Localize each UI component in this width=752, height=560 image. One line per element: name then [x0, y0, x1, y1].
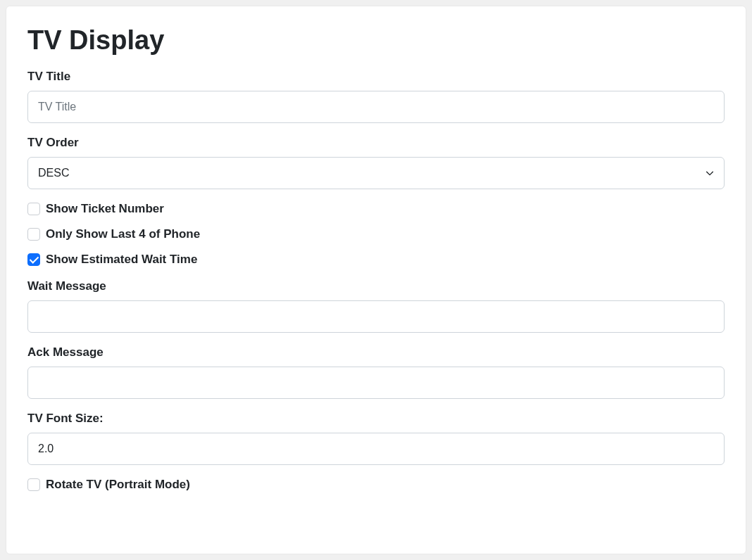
ack-message-input[interactable]	[27, 367, 725, 399]
wait-message-label: Wait Message	[27, 279, 725, 293]
rotate-tv-label[interactable]: Rotate TV (Portrait Mode)	[46, 478, 190, 492]
show-estimated-wait-label[interactable]: Show Estimated Wait Time	[46, 253, 197, 267]
page-title: TV Display	[27, 25, 725, 57]
wait-message-group: Wait Message	[27, 279, 725, 333]
show-estimated-wait-checkbox[interactable]	[27, 253, 40, 266]
tv-title-group: TV Title	[27, 70, 725, 123]
show-ticket-number-checkbox[interactable]	[27, 203, 40, 215]
tv-font-size-label: TV Font Size:	[27, 412, 725, 426]
rotate-tv-checkbox[interactable]	[27, 478, 40, 491]
tv-order-select[interactable]: DESC	[27, 157, 725, 189]
tv-order-group: TV Order DESC	[27, 136, 725, 189]
tv-font-size-group: TV Font Size:	[27, 412, 725, 465]
tv-title-input[interactable]	[27, 91, 725, 123]
only-last-4-label[interactable]: Only Show Last 4 of Phone	[46, 227, 200, 241]
display-options: Show Ticket Number Only Show Last 4 of P…	[27, 202, 725, 267]
wait-message-input[interactable]	[27, 300, 725, 333]
only-last-4-checkbox[interactable]	[27, 228, 40, 241]
tv-order-label: TV Order	[27, 136, 725, 150]
show-ticket-number-label[interactable]: Show Ticket Number	[46, 202, 164, 216]
ack-message-group: Ack Message	[27, 345, 725, 399]
tv-font-size-input[interactable]	[27, 433, 725, 465]
ack-message-label: Ack Message	[27, 345, 725, 359]
tv-title-label: TV Title	[27, 70, 725, 84]
tv-display-card: TV Display TV Title TV Order DESC Show T…	[6, 6, 746, 554]
